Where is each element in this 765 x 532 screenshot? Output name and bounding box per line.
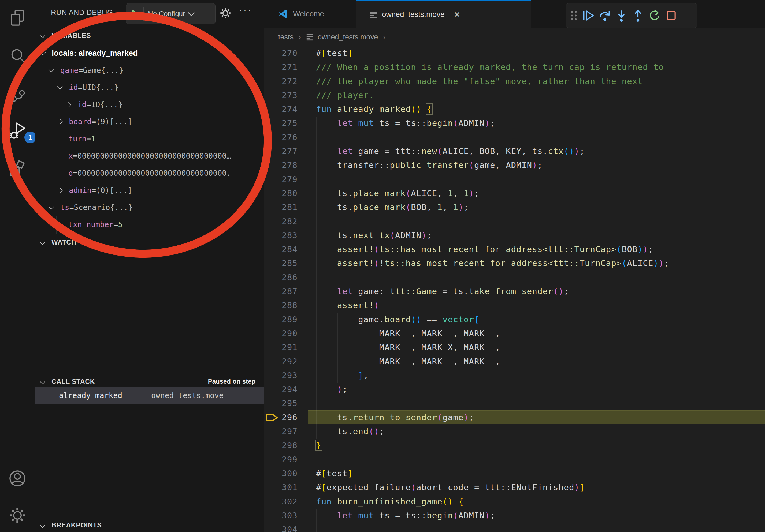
breadcrumb-item[interactable]: tests: [278, 33, 294, 41]
line-number: 301: [264, 480, 298, 494]
gear-icon[interactable]: [219, 7, 232, 19]
code-line[interactable]: 300#[test]: [264, 466, 765, 480]
sidebar-header: RUN AND DEBUG No Configur ···: [35, 0, 264, 27]
variable-name: o: [68, 169, 73, 177]
search-icon[interactable]: [8, 47, 27, 65]
code-line[interactable]: 286: [264, 270, 765, 284]
variable-row[interactable]: ts = Scenario{...}: [35, 199, 264, 216]
code-line[interactable]: 275 let mut ts = ts::begin(ADMIN);: [264, 116, 765, 130]
code-line[interactable]: 277 let game = ttt::new(ALICE, BOB, KEY,…: [264, 144, 765, 158]
code-line[interactable]: 270#[test]: [264, 46, 765, 60]
breadcrumb-item[interactable]: owned_tests.move: [318, 33, 378, 41]
code-line[interactable]: 301#[expected_failure(abort_code = ttt::…: [264, 480, 765, 494]
code-line[interactable]: 299: [264, 452, 765, 466]
start-debug-icon[interactable]: [131, 9, 140, 18]
code-line[interactable]: 287 let game: ttt::Game = ts.take_from_s…: [264, 284, 765, 298]
step-over-icon[interactable]: [596, 8, 613, 24]
variable-row[interactable]: game = Game{...}: [35, 62, 264, 79]
line-number: 288: [264, 298, 298, 312]
code-line[interactable]: 302fun burn_unfinished_game() {: [264, 494, 765, 508]
line-number: 284: [264, 242, 298, 256]
variable-row[interactable]: turn = 1: [35, 130, 264, 147]
variable-name: board: [69, 117, 91, 126]
call-stack-frame-row[interactable]: already_marked owned_tests.move: [35, 387, 264, 404]
code-line[interactable]: 290 MARK__, MARK__, MARK__,: [264, 326, 765, 340]
chevron-down-icon: [40, 33, 45, 38]
tab-owned-tests[interactable]: owned_tests.move ✕: [356, 0, 531, 28]
chevron-right-icon[interactable]: [66, 102, 71, 107]
step-out-icon[interactable]: [630, 8, 646, 24]
code-line[interactable]: 283 ts.next_tx(ADMIN);: [264, 228, 765, 242]
code-line[interactable]: 273/// player.: [264, 88, 765, 102]
code-line[interactable]: 279: [264, 172, 765, 186]
variable-name: id: [77, 100, 87, 109]
extensions-icon[interactable]: [8, 159, 27, 177]
line-number: 294: [264, 382, 298, 396]
equals-sign: =: [114, 220, 118, 229]
variable-row[interactable]: admin = (0)[...]: [35, 182, 264, 199]
variable-row[interactable]: board = (9)[...]: [35, 113, 264, 130]
code-area[interactable]: 270#[test]271/// When a position is alre…: [264, 46, 765, 532]
source-control-icon[interactable]: [8, 84, 27, 103]
chevron-down-icon[interactable]: [40, 49, 46, 55]
stop-icon[interactable]: [663, 8, 679, 24]
code-line[interactable]: 278 transfer::public_transfer(game, ADMI…: [264, 158, 765, 172]
run-debug-icon[interactable]: 1: [8, 122, 27, 140]
code-line[interactable]: 282: [264, 214, 765, 228]
code-line[interactable]: 298}: [264, 438, 765, 452]
line-number: 289: [264, 312, 298, 326]
variables-section-header[interactable]: VARIABLES: [35, 28, 264, 44]
code-line[interactable]: 292 MARK__, MARK__, MARK__,: [264, 355, 765, 368]
chevron-down-icon[interactable]: [49, 204, 54, 209]
code-line[interactable]: 276: [264, 130, 765, 144]
frame-name: already_marked: [59, 391, 122, 400]
chevron-right-icon[interactable]: [57, 187, 63, 193]
code-line[interactable]: 285 assert!(!ts::has_most_recent_for_add…: [264, 256, 765, 270]
variable-row[interactable]: txn_number = 5: [35, 216, 264, 233]
settings-gear-icon[interactable]: [8, 506, 27, 524]
breadcrumb-item[interactable]: ...: [390, 33, 396, 41]
code-line[interactable]: 296 ts.return_to_sender(game);: [264, 410, 765, 424]
account-icon[interactable]: [8, 469, 27, 487]
line-number: 282: [264, 214, 298, 228]
more-actions-icon[interactable]: ···: [239, 5, 252, 15]
line-number: 283: [264, 228, 298, 242]
code-line[interactable]: 294 );: [264, 382, 765, 396]
drag-grip-icon[interactable]: [568, 9, 580, 22]
variable-row[interactable]: id = UID{...}: [35, 79, 264, 96]
code-line[interactable]: 274fun already_marked() {: [264, 102, 765, 116]
chevron-right-icon[interactable]: [57, 119, 63, 124]
variable-row[interactable]: id = ID{...}: [35, 96, 264, 113]
variable-row[interactable]: x = 000000000000000000000000000000000…: [35, 147, 264, 164]
code-line[interactable]: 304: [264, 522, 765, 532]
chevron-down-icon[interactable]: [57, 84, 63, 89]
variable-value: Game{...}: [83, 66, 124, 75]
code-line[interactable]: 281 ts.place_mark(BOB, 1, 1);: [264, 200, 765, 214]
code-line[interactable]: 303 let mut ts = ts::begin(ADMIN);: [264, 508, 765, 522]
restart-icon[interactable]: [646, 8, 663, 24]
code-line[interactable]: 291 MARK__, MARK_X, MARK__,: [264, 340, 765, 354]
code-line[interactable]: 297 ts.end();: [264, 424, 765, 438]
breakpoints-section-header[interactable]: BREAKPOINTS: [35, 518, 264, 532]
code-line[interactable]: 280 ts.place_mark(ALICE, 1, 1);: [264, 186, 765, 200]
tab-welcome[interactable]: Welcome: [268, 0, 356, 28]
step-into-icon[interactable]: [613, 8, 630, 24]
code-line[interactable]: 271/// When a position is already marked…: [264, 60, 765, 74]
code-line[interactable]: 288 assert!(: [264, 298, 765, 312]
code-line[interactable]: 295: [264, 396, 765, 410]
line-number: 281: [264, 200, 298, 214]
code-line[interactable]: 284 assert!(ts::has_most_recent_for_addr…: [264, 242, 765, 256]
code-line[interactable]: 293 ],: [264, 368, 765, 382]
continue-icon[interactable]: [580, 8, 596, 24]
close-icon[interactable]: ✕: [453, 10, 460, 19]
watch-section-header[interactable]: WATCH: [35, 235, 264, 251]
code-line[interactable]: 272/// the player who made the "false" m…: [264, 74, 765, 88]
variables-scope-row[interactable]: locals: already_marked: [35, 45, 264, 62]
chevron-down-icon: [40, 240, 45, 245]
line-number: 280: [264, 186, 298, 200]
debug-config-dropdown[interactable]: No Configur: [126, 3, 216, 24]
variable-row[interactable]: o = 000000000000000000000000000000000.: [35, 164, 264, 182]
explorer-icon[interactable]: [8, 9, 27, 27]
code-line[interactable]: 289 game.board() == vector[: [264, 312, 765, 326]
chevron-down-icon[interactable]: [49, 67, 54, 72]
